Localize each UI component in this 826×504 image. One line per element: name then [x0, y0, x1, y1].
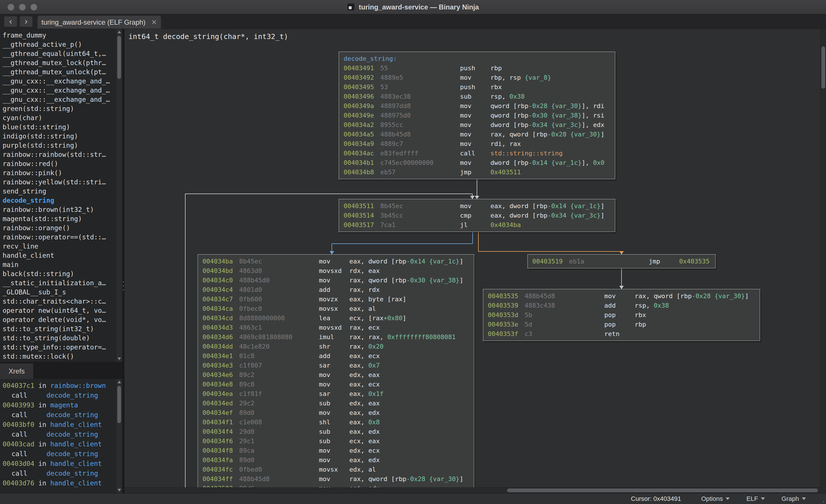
asm-address[interactable]: 004034f6 — [202, 436, 239, 446]
asm-operand-token[interactable]: eax, dword [rbp — [349, 258, 406, 265]
asm-line[interactable]: 004034ace83fedffffcallstd::string::strin… — [339, 148, 615, 158]
function-list-item[interactable]: __static_initialization_a… — [0, 278, 122, 288]
asm-mnemonic[interactable]: add — [319, 351, 349, 361]
function-list-item[interactable]: _GLOBAL__sub_I_s — [0, 288, 122, 297]
asm-line[interactable]: 004034b8eb57jmp0x403511 — [339, 168, 615, 177]
asm-operand-token[interactable]: eax, edx — [349, 409, 380, 416]
asm-mnemonic[interactable]: mov — [319, 380, 349, 389]
asm-line[interactable]: 004034d34863c1movsxdrax, ecx — [198, 323, 474, 332]
asm-operand-token[interactable]: ] — [460, 258, 463, 265]
asm-mnemonic[interactable]: push — [460, 63, 490, 73]
function-list-item[interactable]: blue(std::string) — [0, 122, 122, 132]
resize-grip[interactable] — [823, 501, 824, 502]
asm-address[interactable]: 004034e6 — [202, 370, 239, 380]
asm-address[interactable]: 004034f4 — [202, 427, 239, 436]
function-list-item[interactable]: recv_line — [0, 242, 122, 251]
asm-address[interactable]: 00403517 — [344, 220, 380, 230]
asm-mnemonic[interactable]: mov — [319, 408, 349, 418]
block-label[interactable]: decode_string: — [344, 55, 397, 62]
asm-line[interactable]: 004034dd48c1e820shrrax, 0x20 — [198, 342, 474, 351]
scroll-up-icon[interactable] — [118, 31, 121, 33]
xref-entry[interactable]: calldecode_string — [0, 449, 122, 459]
asm-line[interactable]: 004034b1c745ec00000000movdword [rbp-0x14… — [339, 158, 615, 168]
asm-operand-token[interactable]: ] — [460, 277, 463, 284]
xref-target[interactable]: decode_string — [47, 450, 98, 457]
asm-mnemonic[interactable]: sub — [319, 398, 349, 408]
asm-address[interactable]: 00403539 — [488, 301, 525, 310]
asm-line[interactable]: 004034a5488b45d8movrax, qword [rbp-0x28 … — [339, 130, 615, 139]
xref-entry[interactable]: 00403d04 in handle_client — [0, 459, 122, 468]
asm-operand-token[interactable]: rbp, rsp — [490, 74, 525, 81]
block-loop-body[interactable]: 004034ba8b45ecmoveax, dword [rbp-0x14 {v… — [197, 254, 474, 493]
asm-line[interactable]: 004034ef89d0moveax, edx — [198, 408, 474, 418]
function-list-item[interactable]: rainbow::pink() — [0, 168, 122, 178]
asm-operand-token[interactable]: 0x403511 — [490, 169, 521, 176]
function-list-scroll-thumb[interactable] — [117, 36, 121, 79]
asm-mnemonic[interactable]: jmp — [460, 168, 490, 177]
asm-operand-token[interactable]: eax, edx — [349, 428, 380, 435]
asm-address[interactable]: 00403496 — [344, 92, 380, 101]
asm-operand-token[interactable]: 0xffffffff80808081 — [387, 333, 456, 340]
function-list-item[interactable]: decode_string — [0, 196, 122, 205]
asm-operand-token[interactable]: eax, ecx — [349, 352, 380, 360]
asm-address[interactable]: 004034ea — [202, 389, 239, 398]
asm-mnemonic[interactable]: mov — [319, 446, 349, 455]
asm-operand-token[interactable]: rax, qword [rbp — [349, 475, 406, 483]
function-list-scrollbar[interactable] — [116, 29, 122, 362]
asm-operand-token[interactable]: -0x28 {var_30} — [692, 293, 745, 300]
function-list-item[interactable]: frame_dummy — [0, 31, 122, 40]
asm-operand-token[interactable]: ] — [601, 212, 604, 219]
asm-line[interactable]: 004034e101c8addeax, ecx — [198, 351, 474, 361]
asm-operand-token[interactable]: rbx — [635, 311, 646, 318]
function-list-item[interactable]: operator new(uint64_t, vo… — [0, 306, 122, 315]
xref-target[interactable]: handle_client — [50, 440, 102, 448]
asm-line[interactable]: 0040353fc3retn — [483, 329, 760, 338]
asm-address[interactable]: 004034c0 — [202, 275, 239, 285]
asm-line[interactable]: 004034a94889c7movrdi, rax — [339, 139, 615, 148]
asm-mnemonic[interactable]: sar — [319, 389, 349, 398]
asm-line[interactable]: 0040353d5bpoprbx — [483, 310, 760, 320]
asm-operand-token[interactable]: -0x30 {var_38} — [528, 112, 581, 119]
view-format-menu[interactable]: ELF — [746, 495, 765, 503]
asm-operand-token[interactable]: ], — [582, 159, 593, 166]
asm-mnemonic[interactable]: mov — [460, 139, 490, 148]
function-list-item[interactable]: rainbow::operator==(std::… — [0, 233, 122, 242]
asm-operand-token[interactable]: edx, al — [349, 466, 376, 473]
asm-operand-token[interactable]: rsp, — [635, 302, 654, 309]
xrefs-scroll-thumb[interactable] — [117, 386, 121, 423]
asm-operand-token[interactable]: 0x403535 — [679, 258, 710, 265]
asm-operand-token[interactable]: qword [rbp — [490, 112, 528, 119]
asm-line[interactable]: 004034ca0fbec0movsxeax, al — [198, 304, 474, 313]
back-button[interactable]: ‹ — [4, 16, 17, 27]
asm-mnemonic[interactable]: mov — [319, 370, 349, 380]
function-list-item[interactable]: main — [0, 260, 122, 269]
asm-operand-token[interactable]: 0x0 — [593, 159, 605, 166]
function-list-item[interactable]: __gnu_cxx::__exchange_and_… — [0, 86, 122, 95]
asm-line[interactable]: 0040349155pushrbp — [339, 63, 615, 73]
function-list-item[interactable]: magenta(std::string) — [0, 214, 122, 223]
asm-mnemonic[interactable]: sub — [460, 92, 490, 101]
asm-mnemonic[interactable]: mov — [460, 158, 490, 168]
scroll-down-icon[interactable] — [118, 358, 121, 360]
xref-target[interactable]: rainbow::brown — [50, 382, 106, 389]
asm-operand-token[interactable]: ], edx — [582, 121, 604, 128]
asm-operand-token[interactable]: ], rdi — [582, 102, 604, 110]
asm-address[interactable]: 004034bd — [202, 266, 239, 275]
asm-operand-token[interactable]: +0x80 — [384, 315, 402, 322]
asm-operand-token[interactable]: -0x14 {var_1c} — [406, 258, 460, 265]
asm-operand-token[interactable]: 0x8 — [368, 419, 380, 426]
asm-operand-token[interactable]: ] — [601, 131, 604, 138]
asm-operand-token[interactable]: rdx, eax — [349, 267, 380, 274]
asm-line[interactable]: 004034a28955ccmovdword [rbp-0x34 {var_3c… — [339, 120, 615, 130]
asm-line[interactable]: 004034ed29c2subedx, eax — [198, 398, 474, 408]
asm-operand-token[interactable]: ] — [601, 202, 604, 209]
function-list-item[interactable]: send_string — [0, 187, 122, 196]
asm-line[interactable]: 004034964883ec38subrsp, 0x38 — [339, 92, 615, 101]
asm-line[interactable]: 004034fc0fbed0movsxedx, al — [198, 465, 474, 474]
asm-mnemonic[interactable]: push — [460, 82, 490, 92]
asm-address[interactable]: 00403495 — [344, 82, 380, 92]
asm-line[interactable]: 004035394883c438addrsp, 0x38 — [483, 301, 760, 310]
function-list-item[interactable]: black(std::string) — [0, 269, 122, 278]
asm-operand-token[interactable]: -0x30 {var_38} — [406, 277, 460, 284]
asm-operand-token[interactable]: dword [rbp — [490, 121, 528, 128]
